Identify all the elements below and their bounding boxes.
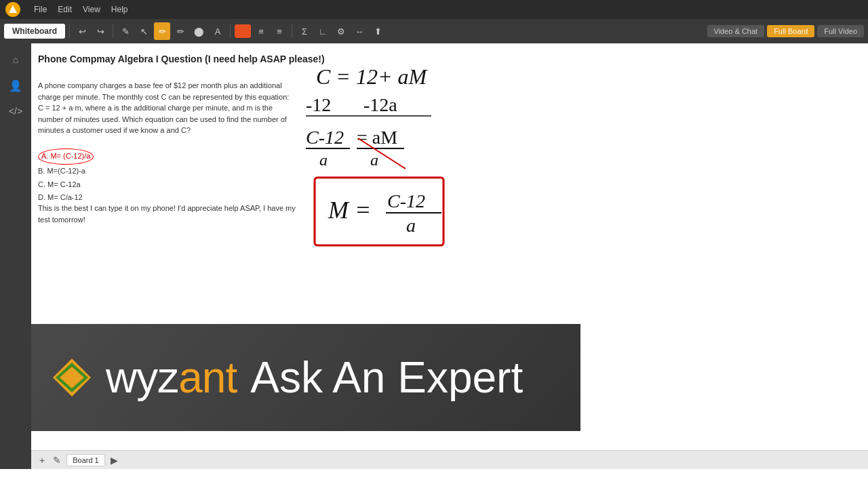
svg-text:= aM: = aM [357, 127, 397, 148]
sidebar-code-icon[interactable]: </> [5, 100, 26, 122]
option-c-item: C. M= C-12a [38, 178, 94, 192]
board-arrow-button[interactable]: ▶ [108, 453, 121, 467]
sidebar-person-icon[interactable]: 👤 [5, 75, 26, 96]
banner-text: wyzant Ask An Expert [106, 352, 523, 403]
sigma-button[interactable]: Σ [296, 22, 313, 40]
separator-2 [113, 24, 113, 38]
svg-text:C-12: C-12 [387, 190, 425, 211]
toolbar: Whiteboard ↩ ↪ ✎ ↖ ✏ ✏ ⬤ A ≡ ≡ Σ ∟ ⚙ ↔ ⬆… [0, 19, 868, 43]
menu-bar: File Edit View Help [0, 0, 868, 19]
wb-footer-text: This is the best I can type it on my pho… [38, 203, 296, 225]
wb-description: A phone company charges a base fee of $1… [38, 80, 296, 136]
pen-button[interactable]: ✏ [154, 22, 170, 40]
svg-text:C = 12+ aM: C = 12+ aM [316, 64, 429, 89]
whiteboard-area[interactable]: Phone Compmay Algebra I Question (I need… [31, 43, 868, 450]
wyzant-banner: wyzant Ask An Expert [31, 324, 580, 431]
option-a-item: A. M= (C-12)/a [38, 148, 94, 165]
list2-button[interactable]: ≡ [271, 22, 288, 40]
draw-button[interactable]: ✎ [117, 22, 134, 40]
menu-help[interactable]: Help [111, 5, 128, 14]
svg-text:a: a [406, 215, 416, 236]
select-button[interactable]: ↖ [136, 22, 152, 40]
board-1-tab[interactable]: Board 1 [66, 454, 105, 466]
banner-wyz: wyz [106, 352, 178, 403]
option-b-item: B. M=(C-12)-a [38, 165, 94, 178]
option-a-label: A. M= (C-12)/a [38, 148, 94, 165]
full-video-button[interactable]: Full Video [817, 25, 864, 37]
wyzant-logo [52, 357, 92, 398]
banner-ant: ant [178, 352, 237, 403]
whiteboard-tab[interactable]: Whiteboard [4, 24, 65, 39]
svg-text:C-12: C-12 [306, 127, 344, 148]
left-sidebar: ⌂ 👤 </> [0, 43, 31, 469]
circle-button[interactable]: ⬤ [191, 22, 208, 40]
toolbar-right: Video & Chat Full Board Full Video [707, 25, 864, 37]
board-pencil-icon[interactable]: ✎ [50, 453, 64, 467]
menu-view[interactable]: View [83, 5, 100, 14]
content-area: Phone Compmay Algebra I Question (I need… [31, 43, 868, 469]
undo-button[interactable]: ↩ [74, 22, 90, 40]
sidebar-home-icon[interactable]: ⌂ [5, 49, 26, 70]
app-logo [5, 2, 20, 17]
menu-file[interactable]: File [34, 5, 47, 14]
highlighter-button[interactable]: ✏ [172, 22, 189, 40]
svg-text:-12a: -12a [363, 94, 397, 115]
wb-title: Phone Compmay Algebra I Question (I need… [38, 53, 325, 66]
menu-edit[interactable]: Edit [58, 5, 72, 14]
svg-text:a: a [319, 151, 328, 169]
banner-ask: Ask An Expert [250, 352, 523, 403]
separator-3 [230, 24, 231, 38]
redo-button[interactable]: ↪ [92, 22, 108, 40]
add-board-button[interactable]: + [37, 453, 47, 467]
gear-button[interactable]: ⚙ [333, 22, 349, 40]
wb-options: A. M= (C-12)/a B. M=(C-12)-a C. M= C-12a… [38, 148, 94, 205]
angle-button[interactable]: ∟ [315, 22, 331, 40]
video-chat-button[interactable]: Video & Chat [707, 25, 765, 37]
text-button[interactable]: A [210, 22, 226, 40]
arrows-button[interactable]: ↔ [351, 22, 368, 40]
list-button[interactable]: ≡ [253, 22, 269, 40]
svg-text:a: a [370, 151, 378, 169]
svg-marker-0 [9, 5, 17, 13]
separator-4 [292, 24, 292, 38]
bottom-bar: + ✎ Board 1 ▶ [31, 450, 868, 469]
svg-text:-12: -12 [306, 94, 331, 115]
upload-button[interactable]: ⬆ [370, 22, 386, 40]
color-button[interactable] [235, 24, 251, 38]
full-board-button[interactable]: Full Board [767, 25, 814, 37]
math-work-svg: C = 12+ aM -12 -12a C-12 = aM a a M = [296, 43, 703, 369]
svg-text:M =: M = [328, 197, 371, 224]
main-area: ⌂ 👤 </> Phone Compmay Algebra I Question… [0, 43, 868, 469]
separator-1 [69, 24, 70, 38]
